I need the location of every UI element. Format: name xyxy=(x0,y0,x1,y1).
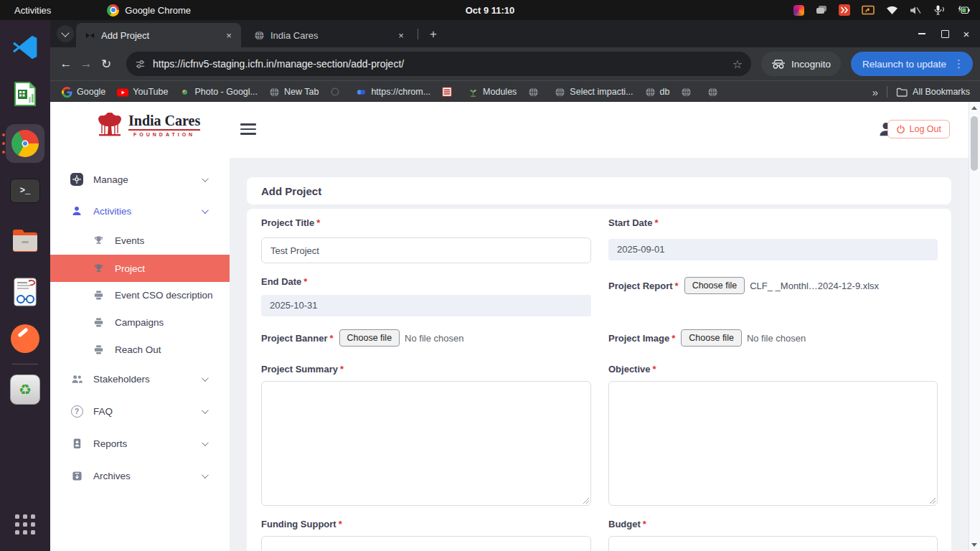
dock-item-terminal[interactable]: >_ xyxy=(9,174,42,207)
close-tab-icon[interactable]: × xyxy=(222,29,235,42)
bookmarks-overflow-button[interactable]: » xyxy=(872,86,878,98)
project-image-label: Project Image* xyxy=(608,333,675,344)
funding-support-input[interactable] xyxy=(261,536,591,551)
globe-icon xyxy=(645,87,656,98)
scroll-down-arrow-icon[interactable] xyxy=(971,543,977,547)
objective-textarea[interactable] xyxy=(608,381,938,506)
reload-button[interactable]: ↻ xyxy=(96,57,116,72)
project-title-label: Project Title* xyxy=(261,217,320,228)
close-tab-icon[interactable]: × xyxy=(395,29,407,42)
choose-file-button[interactable]: Choose file xyxy=(681,329,742,347)
logout-button[interactable]: Log Out xyxy=(887,120,950,138)
objective-label: Objective* xyxy=(608,364,656,375)
new-tab-button[interactable]: + xyxy=(425,26,442,43)
scrollbar-thumb[interactable] xyxy=(971,116,978,171)
bookmark-label: https://chrom... xyxy=(371,87,430,97)
project-report-label: Project Report* xyxy=(608,281,679,291)
dock-item-libreoffice-calc[interactable] xyxy=(9,77,42,110)
bookmark-item[interactable]: Select impacti... xyxy=(555,87,633,98)
sidebar-toggle-button[interactable] xyxy=(240,123,256,135)
relaunch-to-update-button[interactable]: Relaunch to update ⋮ xyxy=(851,52,973,76)
all-bookmarks-button[interactable]: All Bookmarks xyxy=(896,87,970,97)
bookmark-label: Modules xyxy=(483,87,517,97)
bookmark-item[interactable] xyxy=(528,87,543,98)
brand-logo[interactable]: India Cares FOUNDATION xyxy=(96,113,200,138)
project-summary-textarea[interactable] xyxy=(261,381,591,506)
bookmark-item[interactable] xyxy=(681,87,696,98)
project-summary-label: Project Summary* xyxy=(261,364,344,375)
sidebar-item-events[interactable]: Events xyxy=(50,227,230,254)
url-text[interactable]: https://icfnv5-staging.icfn.in/manage-se… xyxy=(153,58,404,70)
dock-item-files[interactable] xyxy=(9,224,42,257)
bookmark-item[interactable]: YouTube xyxy=(117,87,168,98)
bajaj-icon xyxy=(442,87,452,97)
dock-item-trash[interactable]: ♻ xyxy=(9,373,42,406)
sidebar-item-project[interactable]: Project xyxy=(50,255,230,282)
bookmark-star-icon[interactable]: ☆ xyxy=(732,57,743,71)
dock-item-vscode[interactable] xyxy=(9,31,42,64)
bookmark-item[interactable]: db xyxy=(645,87,670,98)
page-scrollbar[interactable] xyxy=(969,102,980,551)
budget-input[interactable] xyxy=(608,536,938,551)
google-icon xyxy=(62,87,72,98)
project-title-input[interactable] xyxy=(261,237,591,263)
app-grid-icon xyxy=(15,514,35,534)
address-bar[interactable]: https://icfnv5-staging.icfn.in/manage-se… xyxy=(126,52,751,76)
window-maximize-button[interactable] xyxy=(938,27,951,40)
logout-label: Log Out xyxy=(910,124,941,134)
resize-handle-icon[interactable] xyxy=(583,497,590,504)
system-tray[interactable] xyxy=(793,0,970,20)
sidebar-item-reach-out[interactable]: Reach Out xyxy=(50,336,230,363)
sidebar-item-faq[interactable]: ? FAQ xyxy=(50,397,230,425)
end-date-input[interactable]: 2025-10-31 xyxy=(261,295,591,316)
window-close-button[interactable]: × xyxy=(960,27,973,40)
resize-handle-icon[interactable] xyxy=(929,497,936,504)
dock-item-app-grid[interactable] xyxy=(9,508,42,541)
clock[interactable]: Oct 9 11:10 xyxy=(466,5,515,16)
sidebar-item-manage[interactable]: Manage xyxy=(50,166,230,193)
sidebar-item-activities[interactable]: Activities xyxy=(50,197,230,225)
all-bookmarks-label: All Bookmarks xyxy=(913,87,970,97)
activities-button[interactable]: Activities xyxy=(14,5,51,16)
window-minimize-button[interactable] xyxy=(915,27,928,40)
document-viewer-icon xyxy=(13,278,37,306)
sidebar-item-event-cso-description[interactable]: Event CSO description xyxy=(50,281,230,309)
choose-file-button[interactable]: Choose file xyxy=(339,329,400,347)
bookmark-item[interactable]: Photo - Googl... xyxy=(179,87,258,98)
bookmark-item[interactable]: https://chrom... xyxy=(356,87,430,98)
globe-icon xyxy=(555,87,565,98)
tab-search-button[interactable] xyxy=(57,25,74,42)
start-date-input[interactable]: 2025-09-01 xyxy=(608,239,938,260)
dock-item-postman[interactable] xyxy=(9,322,42,355)
bookmark-item[interactable] xyxy=(442,87,456,97)
incognito-label: Incognito xyxy=(791,59,831,70)
browser-menu-icon[interactable]: ⋮ xyxy=(953,57,964,70)
chevron-down-icon xyxy=(61,29,69,37)
bookmark-item[interactable] xyxy=(330,87,344,97)
bookmark-item[interactable] xyxy=(707,87,722,98)
google-photos-icon xyxy=(179,87,190,98)
bookmark-item[interactable]: New Tab xyxy=(269,87,319,98)
site-settings-icon[interactable] xyxy=(135,59,146,70)
relaunch-label: Relaunch to update xyxy=(862,59,946,70)
bookmark-item[interactable]: Modules xyxy=(468,87,517,98)
sidebar-item-stakeholders[interactable]: Stakeholders xyxy=(50,365,230,392)
dock-item-chrome[interactable] xyxy=(9,127,42,160)
person-icon xyxy=(70,205,83,217)
choose-file-button[interactable]: Choose file xyxy=(684,277,745,294)
back-button[interactable]: ← xyxy=(56,57,76,71)
dock-separator xyxy=(12,364,38,364)
dock-item-document-viewer[interactable] xyxy=(9,276,42,309)
forward-button[interactable]: → xyxy=(76,57,96,71)
bookmark-item[interactable]: Google xyxy=(62,87,105,98)
color-profile-icon xyxy=(793,5,804,16)
tab-india-cares[interactable]: India Cares × xyxy=(245,23,413,47)
scroll-up-arrow-icon[interactable] xyxy=(971,106,977,110)
focused-app-indicator[interactable]: Google Chrome xyxy=(107,4,191,17)
sidebar-item-reports[interactable]: Reports xyxy=(50,430,230,457)
tab-add-project[interactable]: Add Project × xyxy=(76,23,241,47)
required-marker: * xyxy=(303,276,307,287)
sidebar-item-archives[interactable]: Archives xyxy=(50,462,230,489)
bookmarks-divider xyxy=(887,86,887,98)
sidebar-item-campaigns[interactable]: Campaigns xyxy=(50,309,230,336)
